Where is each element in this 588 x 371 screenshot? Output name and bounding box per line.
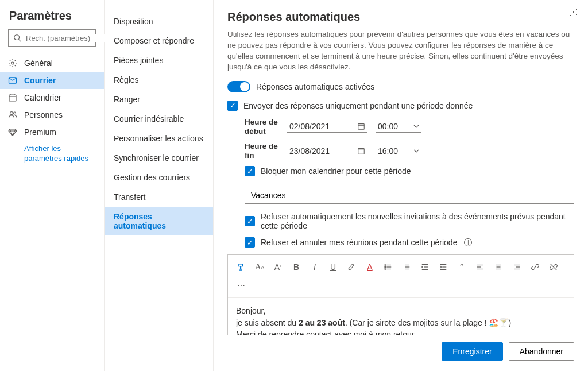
search-icon (13, 33, 21, 42)
svg-rect-12 (358, 124, 365, 130)
msg-line: Bonjour, (236, 305, 566, 316)
svg-point-9 (14, 112, 16, 114)
font-size-button[interactable]: A° (270, 260, 285, 275)
decline-new-label: Refuser automatiquement les nouvelles in… (261, 212, 574, 230)
sidebar-item-calendar[interactable]: Calendrier (0, 89, 104, 106)
info-icon[interactable]: i (464, 238, 472, 246)
save-button[interactable]: Enregistrer (442, 342, 502, 361)
mail-icon (8, 76, 17, 85)
svg-point-19 (385, 265, 386, 266)
end-time-value: 16:00 (378, 146, 398, 156)
block-calendar-label: Bloquer mon calendrier pour cette périod… (261, 167, 411, 176)
sidebar-label: Courrier (24, 76, 56, 85)
toggle-label: Réponses automatiques activées (256, 82, 374, 91)
sidebar-label: Premium (24, 127, 56, 137)
quick-settings-link[interactable]: Afficher les paramètres rapides (0, 141, 104, 164)
cancel-button[interactable]: Abandonner (509, 342, 574, 361)
decline-cancel-checkbox[interactable]: ✓ (245, 237, 255, 248)
mid-item-rules[interactable]: Règles (105, 70, 213, 90)
mid-item-sync[interactable]: Synchroniser le courrier (105, 148, 213, 168)
sidebar-label: Personnes (24, 110, 63, 119)
settings-sidebar: Paramètres Général Courrier Calendrier P… (0, 0, 105, 371)
italic-button[interactable]: I (307, 260, 322, 275)
chevron-down-icon (413, 123, 419, 129)
editor-toolbar: AA A° B I U A ” ⋯ (228, 255, 574, 298)
mid-item-sweep[interactable]: Ranger (105, 90, 213, 109)
start-time-value: 00:00 (378, 122, 398, 131)
message-editor: AA A° B I U A ” ⋯ Bonjour, (227, 254, 574, 335)
sidebar-label: Calendrier (24, 93, 61, 102)
calendar-block-title-input[interactable] (245, 187, 574, 204)
quote-button[interactable]: ” (454, 260, 469, 275)
svg-line-1 (19, 40, 21, 42)
mid-item-compose[interactable]: Composer et répondre (105, 31, 213, 51)
period-label: Envoyer des réponses uniquement pendant … (243, 101, 473, 110)
svg-point-2 (11, 62, 14, 64)
mid-item-forwarding[interactable]: Transfert (105, 187, 213, 207)
svg-point-20 (385, 266, 386, 268)
decline-cancel-label: Refuser et annuler mes réunions pendant … (261, 238, 457, 247)
svg-point-8 (10, 112, 13, 115)
svg-rect-4 (9, 95, 16, 101)
calendar-picker-icon (357, 122, 365, 130)
panel-title: Réponses automatiques (214, 0, 588, 29)
sidebar-item-people[interactable]: Personnes (0, 106, 104, 123)
mid-item-layout[interactable]: Disposition (105, 11, 213, 31)
settings-search[interactable] (8, 29, 96, 47)
font-color-button[interactable]: A (362, 260, 377, 275)
mid-item-automatic-replies[interactable]: Réponses automatiques (105, 207, 213, 235)
end-label: Heure de fin (245, 142, 279, 160)
align-right-button[interactable] (509, 260, 524, 275)
panel-footer: Enregistrer Abandonner (214, 335, 588, 371)
automatic-replies-toggle[interactable] (227, 81, 250, 92)
msg-line: je suis absent du 2 au 23 août. (Car je … (236, 317, 566, 329)
font-family-button[interactable]: AA (252, 260, 267, 275)
highlight-button[interactable] (344, 260, 359, 275)
format-painter-icon[interactable] (234, 260, 249, 275)
decline-new-checkbox[interactable]: ✓ (245, 216, 255, 226)
calendar-picker-icon (357, 147, 365, 155)
people-icon (8, 110, 17, 119)
bullet-list-button[interactable] (381, 260, 396, 275)
close-button[interactable] (570, 8, 578, 16)
main-panel: Réponses automatiques Utilisez les répon… (214, 0, 588, 371)
start-date-field[interactable]: 02/08/2021 (287, 121, 368, 133)
editor-textarea[interactable]: Bonjour, je suis absent du 2 au 23 août.… (228, 298, 574, 335)
svg-point-0 (14, 35, 20, 40)
calendar-icon (8, 93, 17, 102)
mid-item-junk[interactable]: Courrier indésirable (105, 109, 213, 129)
end-time-field[interactable]: 16:00 (376, 145, 421, 157)
gear-icon (8, 59, 17, 68)
more-button[interactable]: ⋯ (234, 278, 249, 293)
sidebar-item-general[interactable]: Général (0, 55, 104, 72)
align-center-button[interactable] (491, 260, 506, 275)
outdent-button[interactable] (417, 260, 432, 275)
svg-point-21 (385, 269, 386, 270)
sidebar-item-premium[interactable]: Premium (0, 123, 104, 141)
sidebar-item-mail[interactable]: Courrier (0, 72, 104, 89)
indent-button[interactable] (436, 260, 451, 275)
mid-item-attachments[interactable]: Pièces jointes (105, 51, 213, 70)
end-date-field[interactable]: 23/08/2021 (287, 145, 368, 157)
chevron-down-icon (413, 148, 419, 154)
unlink-button[interactable] (546, 260, 561, 275)
panel-description: Utilisez les réponses automatiques pour … (227, 29, 574, 73)
mid-item-customize[interactable]: Personnaliser les actions (105, 129, 213, 148)
link-button[interactable] (528, 260, 543, 275)
block-calendar-checkbox[interactable]: ✓ (245, 166, 255, 176)
start-time-field[interactable]: 00:00 (376, 121, 421, 133)
underline-button[interactable]: U (326, 260, 341, 275)
start-label: Heure de début (245, 118, 279, 136)
diamond-icon (8, 127, 17, 137)
end-date-value: 23/08/2021 (289, 146, 330, 156)
number-list-button[interactable] (399, 260, 414, 275)
mail-settings-list: Disposition Composer et répondre Pièces … (105, 0, 214, 371)
period-checkbox[interactable]: ✓ (227, 101, 238, 111)
mid-item-message-handling[interactable]: Gestion des courriers (105, 168, 213, 187)
start-date-value: 02/08/2021 (289, 122, 330, 131)
bold-button[interactable]: B (289, 260, 304, 275)
sidebar-label: Général (24, 59, 53, 68)
svg-rect-14 (358, 148, 365, 154)
align-left-button[interactable] (473, 260, 488, 275)
settings-title: Paramètres (0, 9, 104, 29)
